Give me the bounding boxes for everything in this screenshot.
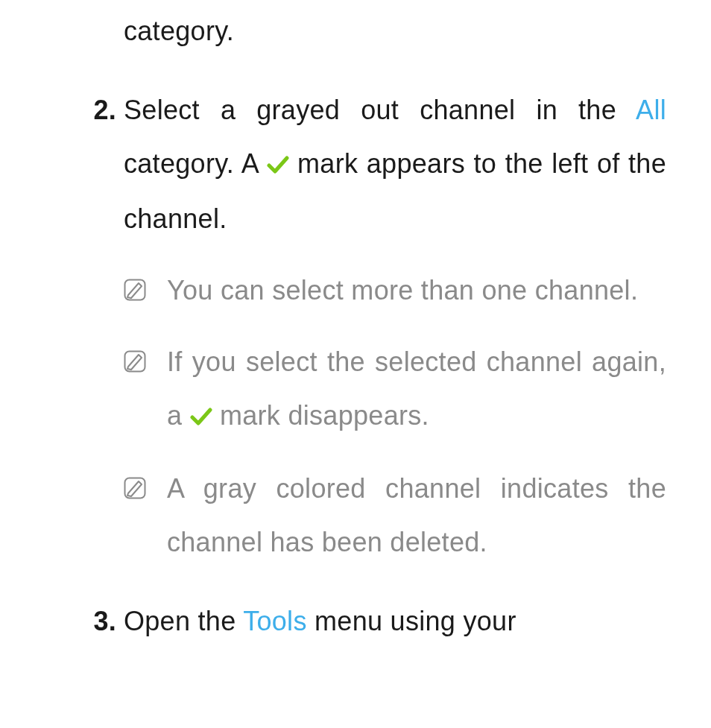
note-1-text: You can select more than one channel. (167, 275, 638, 306)
note-1-body: You can select more than one channel. (167, 264, 666, 317)
note-2-text-b: mark disappears. (212, 400, 429, 431)
note-icon (124, 335, 167, 373)
note-icon (124, 264, 167, 301)
document-page: category. 2. Select a grayed out channel… (0, 0, 711, 648)
step-3-body: Open the Tools menu using your (124, 595, 666, 648)
note-3: A gray colored channel indicates the cha… (124, 462, 666, 569)
note-1: You can select more than one channel. (124, 264, 666, 317)
all-link[interactable]: All (636, 95, 666, 125)
step-2-text-a: Select a grayed out channel in the (124, 95, 636, 125)
step-2-number: 2. (75, 83, 124, 137)
step-3: 3. Open the Tools menu using your (75, 595, 666, 648)
note-2-body: If you select the selected channel again… (167, 335, 666, 444)
tools-link[interactable]: Tools (243, 606, 307, 636)
trail-text: category. (124, 16, 234, 46)
step-3-text-a: Open the (124, 606, 243, 636)
step-3-number: 3. (75, 595, 124, 648)
step-2-text-b: category. A (124, 148, 267, 179)
check-icon (190, 390, 212, 444)
check-icon (267, 139, 289, 192)
step-2: 2. Select a grayed out channel in the Al… (75, 83, 666, 246)
note-3-body: A gray colored channel indicates the cha… (167, 462, 666, 569)
step-2-body: Select a grayed out channel in the All c… (124, 83, 666, 246)
note-icon (124, 462, 167, 499)
step-2-notes: You can select more than one channel. If… (124, 264, 666, 569)
previous-step-trail: category. (124, 0, 666, 58)
note-3-text: A gray colored channel indicates the cha… (167, 473, 666, 557)
note-2: If you select the selected channel again… (124, 335, 666, 444)
step-3-text-b: menu using your (307, 606, 516, 636)
